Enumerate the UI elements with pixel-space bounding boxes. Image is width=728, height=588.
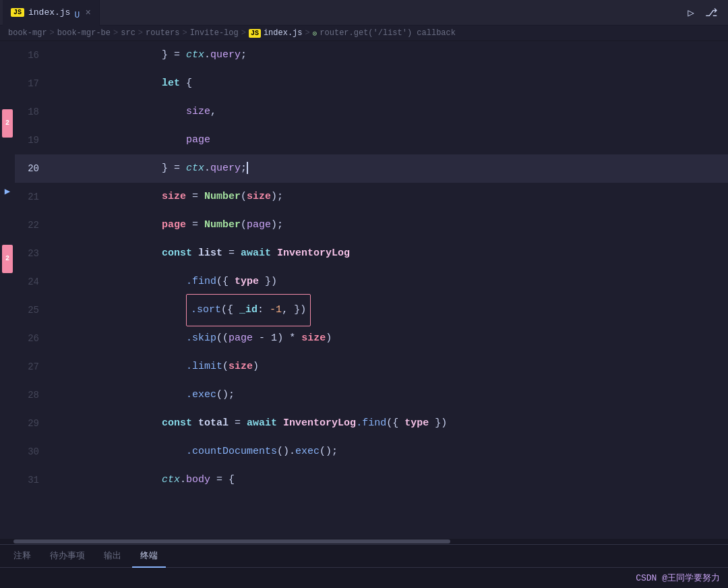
indicator-17 [0, 69, 15, 98]
line-num-17: 17 [15, 69, 50, 98]
tab-comments[interactable]: 注释 [5, 545, 39, 568]
breadcrumb-js-label: JS [249, 29, 261, 38]
bottom-panel: 注释 待办事项 输出 终端 CSDN @王同学要努力 [0, 544, 728, 588]
breadcrumb-sep-6: > [305, 28, 310, 38]
indicator-25 [0, 341, 15, 369]
tab-bar: JS index.js U × ▷ ⎇ [0, 0, 728, 26]
indicator-18-badge: 2 [2, 109, 13, 138]
indicator-28 [0, 425, 15, 454]
indicator-22-badge: 2 [2, 245, 13, 273]
breadcrumb-func-icon: ⊙ [313, 29, 317, 38]
indicator-21 [0, 205, 15, 233]
modified-indicator: U [74, 10, 80, 16]
editor: 2 ▶ 2 16 } = ctx.query; [0, 41, 728, 539]
indicator-20-arrow: ▶ [0, 177, 15, 205]
line-content-31: ctx.body = { [50, 438, 728, 523]
line-num-19: 19 [15, 126, 50, 154]
watermark-text: CSDN @王同学要努力 [636, 573, 720, 583]
bottom-content: CSDN @王同学要努力 [0, 568, 728, 588]
breadcrumb-function: router.get('/list') callback [320, 28, 456, 38]
tab-filename: index.js [28, 7, 70, 18]
line-num-18: 18 [15, 98, 50, 126]
line-num-25: 25 [15, 296, 50, 324]
breadcrumb-invite-log: Invite-log [190, 28, 239, 38]
line-num-26: 26 [15, 324, 50, 353]
line-num-16: 16 [15, 41, 50, 69]
editor-content: 2 ▶ 2 16 } = ctx.query; [0, 41, 728, 539]
line-num-27: 27 [15, 353, 50, 381]
line-num-30: 30 [15, 438, 50, 466]
tab-todo[interactable]: 待办事项 [42, 545, 93, 568]
breadcrumb-src: src [121, 28, 135, 38]
run-icon[interactable]: ▷ [688, 6, 694, 20]
code-area: 16 } = ctx.query; 17 let { 18 size, [15, 41, 728, 539]
indicator-19 [0, 148, 15, 177]
tab-actions: ▷ ⎇ [688, 6, 728, 20]
breadcrumb-sep-3: > [138, 28, 143, 38]
breadcrumb-indexjs: index.js [264, 28, 303, 38]
line-num-28: 28 [15, 381, 50, 409]
line-num-29: 29 [15, 409, 50, 438]
close-tab-button[interactable]: × [85, 7, 90, 18]
line-num-22: 22 [15, 211, 50, 239]
breadcrumb: book-mgr > book-mgr-be > src > routers >… [0, 26, 728, 41]
left-indicators: 2 ▶ 2 [0, 41, 15, 539]
js-badge: JS [11, 8, 24, 17]
split-icon[interactable]: ⎇ [705, 6, 717, 20]
bottom-tabs: 注释 待办事项 输出 终端 [0, 545, 728, 568]
line-num-24: 24 [15, 268, 50, 296]
editor-tab[interactable]: JS index.js U × [3, 0, 100, 26]
indicator-24 [0, 312, 15, 341]
indicator-23 [0, 284, 15, 312]
indicator-30 [0, 482, 15, 510]
breadcrumb-sep-5: > [241, 28, 246, 38]
breadcrumb-routers: routers [146, 28, 179, 38]
indicator-27 [0, 397, 15, 425]
horizontal-scrollbar[interactable] [0, 539, 728, 544]
indicator-31 [0, 510, 15, 539]
line-num-23: 23 [15, 239, 50, 268]
indicator-16 [0, 41, 15, 69]
code-line-31: 31 ctx.body = { [15, 466, 728, 494]
tab-output[interactable]: 输出 [96, 545, 129, 568]
breadcrumb-book-mgr-be: book-mgr-be [57, 28, 111, 38]
breadcrumb-sep-4: > [182, 28, 187, 38]
watermark: CSDN @王同学要努力 [636, 572, 720, 584]
indicator-26 [0, 369, 15, 397]
line-num-20: 20 [15, 154, 50, 183]
indicator-29 [0, 454, 15, 482]
breadcrumb-sep-2: > [113, 28, 118, 38]
line-num-21: 21 [15, 183, 50, 211]
scrollbar-thumb[interactable] [13, 539, 450, 543]
line-num-31: 31 [15, 466, 50, 494]
tab-terminal[interactable]: 终端 [132, 545, 166, 568]
breadcrumb-sep-1: > [50, 28, 55, 38]
breadcrumb-book-mgr: book-mgr [8, 28, 47, 38]
